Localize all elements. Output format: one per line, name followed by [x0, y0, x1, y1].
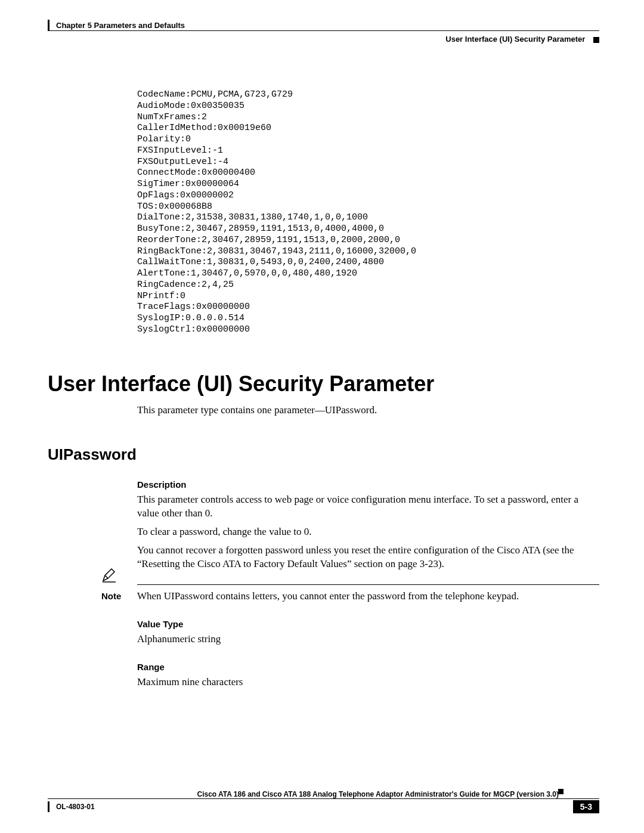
heading-uipassword: UIPassword — [48, 445, 599, 464]
config-code-block: CodecName:PCMU,PCMA,G723,G729 AudioMode:… — [137, 89, 599, 336]
note-text: When UIPassword contains letters, you ca… — [137, 590, 519, 603]
chapter-text: Chapter 5 Parameters and Defaults — [56, 21, 185, 30]
range-label: Range — [137, 662, 599, 672]
intro-paragraph: This parameter type contains one paramet… — [137, 404, 599, 417]
footer-marker-icon — [558, 789, 564, 794]
note-block: Note When UIPassword contains letters, y… — [101, 584, 599, 603]
valuetype-label: Value Type — [137, 619, 599, 629]
description-p3: You cannot recover a forgotten password … — [137, 544, 599, 571]
footer-guide-title: Cisco ATA 186 and Cisco ATA 188 Analog T… — [48, 790, 599, 798]
section-label: User Interface (UI) Security Parameter — [445, 35, 599, 44]
description-label: Description — [137, 479, 599, 490]
footer-doc-id: OL-4803-01 — [48, 803, 95, 811]
chapter-label: Chapter 5 Parameters and Defaults — [56, 21, 185, 30]
page-footer: Cisco ATA 186 and Cisco ATA 188 Analog T… — [48, 790, 599, 812]
valuetype-text: Alphanumeric string — [137, 633, 599, 646]
note-label: Note — [101, 591, 137, 601]
pencil-icon — [101, 568, 117, 586]
page-number: 5-3 — [573, 800, 599, 813]
page-header: Chapter 5 Parameters and Defaults User I… — [48, 21, 599, 57]
heading-ui-security: User Interface (UI) Security Parameter — [48, 371, 599, 397]
description-p2: To clear a password, change the value to… — [137, 525, 599, 539]
description-p1: This parameter controls access to web pa… — [137, 493, 599, 521]
section-text: User Interface (UI) Security Parameter — [445, 35, 585, 44]
header-marker-icon — [593, 37, 599, 43]
range-text: Maximum nine characters — [137, 676, 599, 689]
